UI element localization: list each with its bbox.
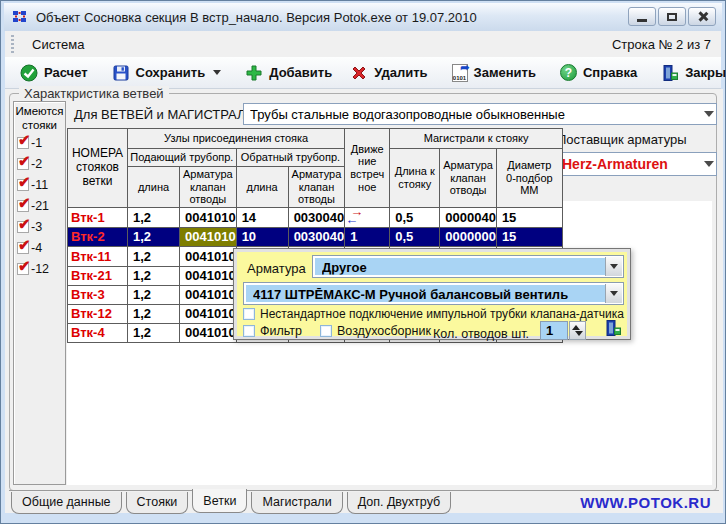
popup-exit-door-icon[interactable] [604,319,622,337]
col-header-return-length: длина [236,167,288,208]
outlets-count-input[interactable]: 1 [540,321,568,340]
tab-mains[interactable]: Магистрали [251,492,342,514]
armature-model-value: 4117 ШТРЕ̄МАКС-М Ручной балансовый венти… [253,286,601,301]
air-collector-checkbox-row: Воздухосборник [320,324,431,338]
branch-name-cell[interactable]: Втк-4 [68,323,128,342]
supplier-label: Поставщик арматуры [557,132,687,147]
branch-name-cell[interactable]: Втк-12 [68,304,128,323]
risers-panel-title: Имеются стояки [14,102,65,133]
delete-x-icon [350,64,368,82]
help-question-icon: ? [560,64,577,81]
branch-name-cell[interactable]: Втк-3 [68,285,128,304]
pipe-type-value: Трубы стальные водогазопроводные обыкнов… [250,107,696,122]
close-button[interactable] [688,7,716,26]
col-header-mains-armature: Арматура клапан отводы [440,149,497,208]
armature-type-combobox[interactable]: Другое [312,255,624,278]
counterflow-arrows-icon: →← [350,208,363,224]
red-check-icon: ✔ [17,200,29,212]
save-dropdown-caret-icon[interactable] [213,70,221,75]
close-icon [697,11,708,22]
riser-item[interactable]: ✔ -4 [14,238,65,259]
tab-general-data[interactable]: Общие данные [11,492,122,514]
spin-up-icon[interactable] [572,325,580,330]
red-check-icon: ✔ [17,179,29,191]
riser-label: -12 [31,262,49,276]
pipe-type-combobox[interactable]: Трубы стальные водогазопроводные обыкнов… [243,103,717,125]
col-header-length-to-riser: Длина к стояку [390,149,440,208]
armature-label: Арматура [247,261,306,276]
nonstandard-checkbox[interactable] [243,308,255,320]
riser-item[interactable]: ✔ -3 [14,217,65,238]
row-counter-status: Строка № 2 из 7 [612,37,711,52]
dropdown-button[interactable] [605,257,622,276]
delete-button[interactable]: Удалить [341,61,436,85]
menu-grip-handle[interactable] [11,35,14,53]
calculate-button[interactable]: Расчет [11,61,97,85]
minimize-button[interactable] [628,7,656,26]
col-header-diameter: Диаметр 0-подбор ММ [496,149,562,208]
branch-name-cell[interactable]: Втк-1 [68,207,128,227]
branch-name-cell[interactable]: Втк-21 [68,266,128,285]
armature-model-combobox[interactable]: 4117 ШТРЕ̄МАКС-М Ручной балансовый венти… [243,282,624,305]
outlets-count-label: Кол. отводов шт. [433,327,529,341]
filter-checkbox[interactable] [243,325,255,337]
col-header-supply-pipe: Подающий трубопр. [128,149,237,167]
minimize-icon [637,19,647,22]
red-check-icon: ✔ [17,137,29,149]
armature-type-value: Другое [322,259,601,274]
add-button[interactable]: Добавить [236,61,341,85]
supplier-combobox[interactable]: Herz-Armaturen [555,152,717,176]
red-check-icon: ✔ [17,158,29,170]
tab-risers[interactable]: Стояки [126,492,189,514]
window-title: Объект Сосновка секция В встр_начало. Ве… [36,10,477,25]
dropdown-button[interactable] [605,284,622,303]
pipes-for-label: Для ВЕТВЕЙ и МАГИСТРАЛЕЙ [74,107,264,122]
outlets-spinner[interactable] [569,321,586,340]
tab-additional-two-pipe[interactable]: Доп. Двухтруб [347,492,452,514]
riser-label: -4 [31,241,42,255]
chevron-down-icon[interactable] [704,111,714,117]
replace-icon-text: 0101 [453,75,467,81]
help-button[interactable]: ? Справка [551,61,646,84]
app-window: Объект Сосновка секция В встр_начало. Ве… [0,0,726,524]
riser-item[interactable]: ✔ -2 [14,154,65,175]
maximize-icon [667,13,677,21]
replace-arrow-icon: ➦ [460,61,469,74]
table-row[interactable]: Втк-1 1,2 0041010 14 0030040 →← 0,5 0000… [68,207,563,227]
risers-panel: Имеются стояки ✔ -1 ✔ -2 ✔ -11 ✔ -21 ✔ -… [13,101,66,485]
nonstandard-label: Нестандартное подключение импульной труб… [260,307,624,321]
col-header-return-armature: Арматура клапан отводы [288,167,345,208]
menu-system[interactable]: Система [20,33,96,56]
col-header-return-pipe: Обратный трубопр. [236,149,345,167]
col-header-numbers: НОМЕРА стояков ветки [68,129,128,208]
menu-bar: Система Строка № 2 из 7 [5,31,721,57]
supplier-value: Herz-Armaturen [562,156,696,172]
close-form-button[interactable]: Закрыть [652,61,726,85]
riser-item[interactable]: ✔ -11 [14,175,65,196]
app-icon [12,9,28,25]
save-button[interactable]: Сохранить [103,61,231,85]
nonstandard-checkbox-row: Нестандартное подключение импульной труб… [243,307,624,321]
table-row-selected[interactable]: Втк-2 1,2 0041010 10 0030040 1 0,5 00000… [68,227,563,246]
replace-button[interactable]: ➦ 0101 Заменить [443,61,545,85]
chevron-down-icon[interactable] [704,161,714,167]
potok-website-link[interactable]: WWW.POTOK.RU [580,494,711,511]
help-label: Справка [583,65,637,80]
col-header-counterflow: Движе ние встреч ное [345,129,390,208]
title-bar: Объект Сосновка секция В встр_начало. Ве… [4,3,722,31]
col-header-nodes: Узлы присоединения стояка [128,129,345,149]
riser-item[interactable]: ✔ -12 [14,259,65,280]
tab-branches[interactable]: Ветки [192,489,247,513]
spin-down-icon[interactable] [575,331,583,336]
calculate-label: Расчет [44,65,88,80]
air-collector-checkbox[interactable] [320,325,332,337]
branch-name-cell[interactable]: Втк-2 [68,227,128,246]
riser-label: -1 [31,136,42,150]
maximize-button[interactable] [658,7,686,26]
editing-cell[interactable]: 0041010 [180,227,237,246]
riser-label: -2 [31,157,42,171]
riser-item[interactable]: ✔ -1 [14,133,65,154]
riser-item[interactable]: ✔ -21 [14,196,65,217]
branch-name-cell[interactable]: Втк-11 [68,246,128,266]
armature-popup: Арматура Другое 4117 ШТРЕ̄МАКС-М Ручной … [233,248,631,340]
